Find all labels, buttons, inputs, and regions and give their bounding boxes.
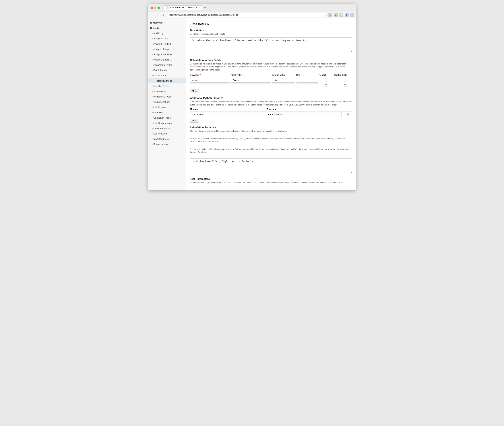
sidebar-item-setup[interactable]: ⚙ Setup xyxy=(148,25,186,31)
sidebar-item-analysis-categ[interactable]: › Analysis Categ... xyxy=(148,36,186,41)
python-libraries-desc: If your formula needs a special function… xyxy=(190,100,352,106)
col-module: Module xyxy=(190,108,265,111)
sidebar-item-label: Manufacturers xyxy=(153,138,168,140)
sidebar-item-analysis-templ[interactable]: › Analysis Templ... xyxy=(148,46,186,52)
interim-more-button[interactable]: More xyxy=(190,89,199,93)
app-body: ☰ Methods ⚙ Setup › Audit Log › Analysis… xyxy=(148,18,356,190)
sidebar-item-label: Instrument Types xyxy=(153,95,171,98)
test-parameters-desc: To test the calculation, enter values he… xyxy=(190,181,352,184)
active-tab[interactable]: ⬜ Total Hardness — SENAITE ✕ xyxy=(164,6,202,10)
sidebar-item-batch-labels[interactable]: › Batch Labels xyxy=(148,68,186,73)
chevron-icon: › xyxy=(152,117,153,119)
sidebar-item-instrument-loc[interactable]: › Instrument Loc... xyxy=(148,99,186,105)
setup-icon: ⚙ xyxy=(150,27,152,29)
sidebar-item-label: Analysis Templ... xyxy=(153,48,171,50)
sidebar-item-containers[interactable]: › Containers xyxy=(148,110,186,115)
sidebar-item-analysis-specifi[interactable]: › Analysis Specifi... xyxy=(148,57,186,62)
browser-window: ⬜ Total Hardness — SENAITE ✕ + ← → ↻ ☆ 🧩… xyxy=(148,4,356,190)
description-textarea[interactable]: Calculate the total hardness of Water ba… xyxy=(190,37,352,52)
sidebar-item-audit-log[interactable]: › Audit Log xyxy=(148,31,186,36)
chevron-icon: › xyxy=(152,122,153,124)
sidebar-item-identifier-types[interactable]: › Identifier Types xyxy=(148,84,186,89)
keyword-input-2[interactable] xyxy=(190,83,230,88)
minimize-button[interactable] xyxy=(154,7,157,9)
module-input-1[interactable] xyxy=(190,112,265,117)
chevron-icon: › xyxy=(152,32,153,34)
col-default-value: Default value xyxy=(272,74,295,76)
title-bar: ⬜ Total Hardness — SENAITE ✕ + xyxy=(148,4,356,12)
menu-icon[interactable]: ⋮ xyxy=(350,13,354,17)
chevron-icon: › xyxy=(152,90,153,92)
sidebar-item-total-hardness[interactable]: › Total Hardness xyxy=(148,78,186,84)
sidebar-item-analysis-profiles[interactable]: › Analysis Profiles xyxy=(148,41,186,46)
formula-desc3: E.g, the calculation for Total Hardness,… xyxy=(190,148,352,154)
default-value-input-2[interactable] xyxy=(272,83,295,88)
sidebar-item-lab-contacts[interactable]: › Lab Contacts xyxy=(148,105,186,110)
test-parameters-title: Test Parameters xyxy=(190,178,352,180)
hidden-field-checkbox-2[interactable] xyxy=(344,84,346,87)
report-checkbox-2[interactable] xyxy=(325,84,327,87)
methods-label: Methods xyxy=(153,21,162,24)
page-title-input[interactable] xyxy=(190,21,241,26)
field-title-input-1[interactable] xyxy=(231,78,271,83)
nav-bar: ← → ↻ ☆ 🧩 🔄 👤 ⋮ xyxy=(148,12,356,18)
keyword-required: * xyxy=(200,74,201,76)
default-value-input-1[interactable] xyxy=(272,78,295,83)
sidebar-item-instruments[interactable]: › Instruments xyxy=(148,89,186,94)
interim-fields-header: Keyword * Field Title * Default value Un… xyxy=(190,73,352,77)
sidebar-item-label: Containers xyxy=(153,111,165,114)
tab-bar: ⬜ Total Hardness — SENAITE ✕ + xyxy=(164,6,207,10)
keyword-input-1[interactable] xyxy=(190,78,230,83)
sidebar-item-lab-departments[interactable]: › Lab Departments xyxy=(148,121,186,126)
python-more-button[interactable]: More xyxy=(190,119,199,123)
sync-icon[interactable]: 🔄 xyxy=(339,13,343,17)
maximize-button[interactable] xyxy=(158,7,160,9)
sidebar-item-preservations[interactable]: › Preservations xyxy=(148,142,186,147)
chevron-icon: › xyxy=(152,96,153,98)
function-input-1[interactable] xyxy=(266,112,342,117)
formula-textarea[interactable]: total_hardness([Ca], [Mg], factor=[facto… xyxy=(190,158,352,173)
unit-input-1[interactable] xyxy=(296,78,318,83)
sidebar-item-methods[interactable]: ☰ Methods xyxy=(148,20,186,25)
sidebar-item-label: Instruments xyxy=(153,90,166,93)
chevron-icon: › xyxy=(152,138,153,140)
chevron-icon: › xyxy=(152,69,153,71)
python-libraries-section: Additional Python Libraries If your form… xyxy=(190,97,352,123)
unit-input-2[interactable] xyxy=(296,83,318,88)
sidebar-item-container-types[interactable]: › Container Types xyxy=(148,115,186,121)
sidebar-item-attachment-types[interactable]: › Attachment Types xyxy=(148,62,186,68)
hidden-field-cell-2 xyxy=(334,84,356,87)
address-bar[interactable] xyxy=(167,13,327,17)
field-title-input-2[interactable] xyxy=(231,83,271,88)
sidebar-item-instrument-types[interactable]: › Instrument Types xyxy=(148,94,186,99)
reload-button[interactable]: ↻ xyxy=(162,13,166,17)
bookmark-icon[interactable]: ☆ xyxy=(328,13,332,17)
new-tab-button[interactable]: + xyxy=(203,6,207,10)
back-button[interactable]: ← xyxy=(150,13,154,17)
description-title: Description xyxy=(190,29,352,32)
sidebar-item-calculations[interactable]: › Calculations xyxy=(148,73,186,78)
sidebar-item-label: Analysis Categ... xyxy=(153,37,171,40)
tab-favicon: ⬜ xyxy=(166,6,169,9)
hidden-field-checkbox-1[interactable] xyxy=(344,79,346,81)
report-checkbox-1[interactable] xyxy=(325,79,327,81)
nav-icons: ☆ 🧩 🔄 👤 ⋮ xyxy=(328,13,354,17)
chevron-icon: › xyxy=(152,37,153,40)
field-title-required: * xyxy=(242,74,243,76)
forward-button[interactable]: → xyxy=(156,13,160,17)
profile-icon[interactable]: 👤 xyxy=(345,13,349,17)
sidebar-item-manufacturers[interactable]: › Manufacturers xyxy=(148,136,186,142)
sidebar-item-laboratory-infor[interactable]: › Laboratory Infor... xyxy=(148,126,186,131)
sidebar-item-label: Analysis Profiles xyxy=(153,43,171,45)
sidebar-item-label: Laboratory Infor... xyxy=(153,127,172,130)
delete-python-row-1-button[interactable]: ✕ xyxy=(343,113,352,117)
sidebar-item-analysis-services[interactable]: › Analysis Services xyxy=(148,52,186,57)
tab-close-icon[interactable]: ✕ xyxy=(198,7,200,9)
python-libraries-title: Additional Python Libraries xyxy=(190,97,352,99)
chevron-icon: › xyxy=(154,80,154,82)
sidebar-item-lab-products[interactable]: › Lab Products xyxy=(148,131,186,136)
chevron-icon: › xyxy=(152,75,153,77)
extension-icon[interactable]: 🧩 xyxy=(334,13,338,17)
close-button[interactable] xyxy=(151,7,153,9)
methods-icon: ☰ xyxy=(150,21,152,24)
